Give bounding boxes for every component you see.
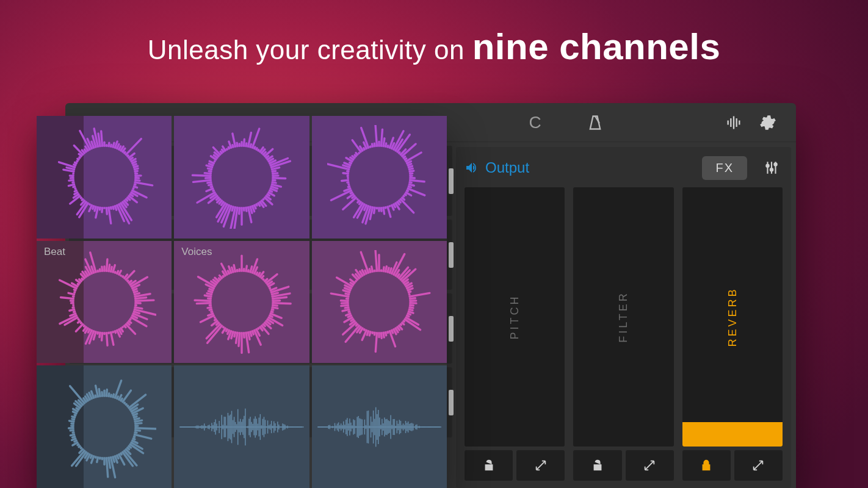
svg-line-580 (134, 416, 136, 417)
svg-line-365 (78, 284, 78, 284)
svg-line-136 (270, 191, 272, 192)
svg-line-346 (81, 323, 81, 323)
svg-line-433 (222, 328, 225, 332)
svg-line-138 (267, 195, 269, 196)
svg-line-515 (382, 333, 382, 339)
svg-line-79 (73, 187, 75, 187)
svg-line-311 (136, 300, 154, 301)
svg-line-18 (109, 143, 109, 146)
svg-line-638 (76, 408, 79, 409)
svg-line-565 (110, 395, 111, 396)
svg-line-148 (250, 207, 252, 213)
loop-pad[interactable] (174, 365, 309, 488)
svg-line-176 (204, 173, 211, 174)
svg-line-523 (364, 329, 365, 330)
loop-pad[interactable]: Beat (37, 241, 172, 364)
svg-line-130 (273, 178, 286, 179)
svg-line-20 (113, 143, 114, 148)
settings-button[interactable] (751, 108, 785, 137)
svg-rect-5 (730, 118, 731, 127)
svg-line-555 (365, 270, 366, 273)
svg-line-491 (410, 293, 430, 296)
loop-pad[interactable] (37, 116, 172, 239)
svg-line-635 (74, 415, 76, 415)
lock-button[interactable] (465, 450, 513, 481)
svg-line-527 (356, 325, 358, 326)
loop-pad[interactable] (312, 116, 447, 239)
output-panel: Output FX PITCH (456, 147, 791, 488)
svg-line-345 (76, 325, 82, 332)
fx-track-filter[interactable]: FILTER (573, 187, 673, 447)
fx-track-reverb[interactable]: REVERB (682, 187, 783, 447)
fx-track-label: PITCH (508, 295, 521, 340)
svg-line-610 (96, 458, 98, 462)
svg-line-566 (113, 394, 114, 397)
loop-pad[interactable] (312, 241, 447, 364)
mixer-button[interactable] (761, 157, 783, 179)
svg-line-26 (124, 152, 125, 154)
svg-line-532 (348, 315, 351, 317)
output-label[interactable]: Output (465, 159, 529, 176)
svg-line-632 (69, 421, 73, 422)
expand-button[interactable] (626, 450, 674, 481)
svg-line-34 (134, 167, 137, 168)
svg-line-113 (255, 147, 255, 149)
svg-line-403 (273, 303, 291, 304)
svg-line-35 (134, 169, 138, 170)
svg-line-161 (221, 203, 223, 206)
tuner-button[interactable] (717, 108, 751, 137)
svg-line-504 (402, 323, 404, 325)
svg-line-352 (73, 312, 74, 312)
svg-line-399 (272, 293, 278, 294)
svg-line-323 (126, 325, 135, 334)
svg-line-258 (351, 193, 353, 194)
svg-line-177 (209, 171, 211, 172)
lock-button[interactable] (682, 450, 731, 481)
song-key[interactable]: C (529, 113, 541, 132)
loop-pad[interactable] (37, 365, 172, 488)
svg-line-241 (383, 208, 384, 214)
svg-line-76 (74, 193, 77, 195)
waveform-linear-icon (179, 403, 304, 451)
svg-line-599 (121, 453, 121, 454)
loop-pad[interactable] (312, 365, 447, 488)
svg-line-89 (73, 165, 75, 165)
svg-line-496 (410, 307, 414, 308)
svg-line-153 (239, 208, 240, 214)
fx-button[interactable]: FX (702, 156, 747, 180)
svg-line-193 (233, 145, 233, 147)
svg-line-60 (106, 208, 107, 214)
svg-line-537 (341, 305, 348, 306)
svg-line-298 (123, 276, 123, 277)
svg-line-439 (215, 320, 216, 320)
svg-line-497 (410, 309, 413, 310)
svg-line-431 (228, 331, 230, 334)
fx-row: PITCH FILTER (465, 187, 783, 481)
svg-line-595 (128, 448, 129, 449)
headline-pre: Unleash your creativity on (148, 35, 472, 65)
lock-icon (700, 459, 713, 472)
svg-line-480 (397, 274, 399, 277)
fx-track-pitch[interactable]: PITCH (465, 187, 565, 447)
waveform-circular-icon (52, 250, 156, 354)
svg-line-459 (219, 278, 220, 279)
svg-line-285 (372, 144, 373, 146)
svg-line-505 (401, 325, 402, 325)
svg-line-521 (367, 331, 369, 335)
svg-line-66 (93, 206, 94, 209)
expand-button[interactable] (734, 450, 783, 481)
metronome-button[interactable] (578, 108, 612, 137)
loop-pad[interactable]: Voices (174, 241, 309, 364)
svg-line-118 (263, 152, 266, 155)
svg-rect-6 (733, 116, 734, 129)
svg-line-293 (113, 265, 115, 272)
unlock-icon (482, 459, 496, 472)
loop-pad[interactable] (174, 116, 309, 239)
expand-button[interactable] (516, 450, 565, 481)
waveform-circular-icon (52, 125, 156, 229)
svg-line-360 (68, 293, 74, 294)
lock-button[interactable] (573, 450, 621, 481)
svg-line-619 (81, 448, 81, 448)
svg-line-427 (236, 332, 237, 343)
svg-line-255 (343, 198, 356, 209)
